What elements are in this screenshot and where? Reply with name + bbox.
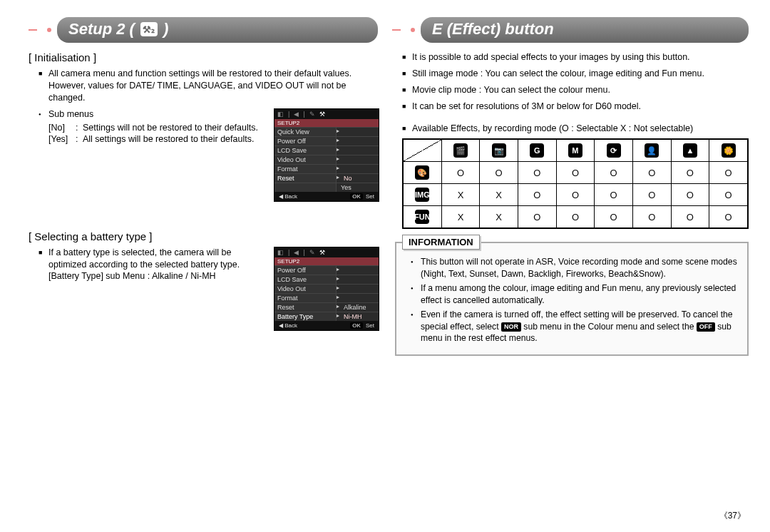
- info-item: This button will not operate in ASR, Voi…: [411, 256, 740, 280]
- mode-icon-g: G: [530, 143, 544, 158]
- table-diagonal-header: [403, 139, 441, 162]
- row-icon-image-edit: IMG: [415, 188, 429, 202]
- mode-icon-portrait: 👤: [645, 143, 659, 158]
- header-text-effect: E (Effect) button: [432, 20, 554, 39]
- mode-icon-movie: 🎬: [453, 143, 468, 158]
- fx-bullet: It can be set for resolutions of 3M or b…: [402, 101, 749, 113]
- submenus-label: Sub menus: [38, 108, 267, 121]
- info-item: Even if the camera is turned off, the ef…: [411, 309, 740, 344]
- fx-bullet: Still image mode : You can select the co…: [402, 68, 749, 80]
- lcd-screenshot-battery: ◧|◀|✎⚒ SETUP2 Power Off▸ LCD Save▸ Video…: [274, 247, 378, 331]
- info-item: If a menu among the colour, image editin…: [411, 282, 740, 306]
- mode-icon-m: M: [568, 143, 582, 158]
- section-header-setup2: Setup 2 ( ⚒₂ ): [29, 17, 378, 43]
- row-icon-colour: 🎨: [415, 165, 429, 180]
- page-number: 《37》: [719, 510, 746, 522]
- battery-type-heading: [ Selecting a battery type ]: [29, 230, 378, 242]
- fx-bullet: Movie clip mode : You can select the col…: [402, 84, 749, 96]
- left-column: Setup 2 ( ⚒₂ ) [ Initialisation ] All ca…: [29, 17, 378, 356]
- submenu-values: [No]:Settings will not be restored to th…: [48, 122, 267, 146]
- lcd-screenshot-reset: ◧|◀|✎⚒ SETUP2 Quick View▸ Power Off▸ LCD…: [274, 108, 378, 202]
- mode-icon-flower: 🌼: [722, 143, 736, 158]
- information-box: INFORMATION This button will not operate…: [395, 242, 749, 355]
- header-text: Setup 2 (: [68, 20, 135, 39]
- fx-legend: Available Effects, by recording mode (O …: [402, 123, 749, 135]
- battery-desc: If a battery type is selected, the camer…: [38, 247, 267, 283]
- information-title: INFORMATION: [402, 235, 480, 250]
- mode-icon-asr: ⟳: [607, 143, 621, 158]
- header-close: ): [163, 20, 168, 39]
- mode-icon-camera: 📷: [492, 143, 506, 158]
- row-icon-fun: FUN: [415, 210, 429, 224]
- section-header-effect: E (Effect) button: [392, 17, 749, 43]
- init-desc-text: All camera menu and function settings wi…: [38, 68, 378, 104]
- fx-bullet: It is possible to add special effects to…: [402, 51, 749, 63]
- initialisation-description: All camera menu and function settings wi…: [29, 68, 378, 104]
- initialisation-heading: [ Initialisation ]: [29, 51, 378, 63]
- setup2-icon: ⚒₂: [140, 22, 158, 36]
- nor-chip: NOR: [501, 322, 521, 331]
- off-chip: OFF: [697, 322, 715, 331]
- mode-icon-scene: ▲: [683, 143, 697, 158]
- effects-table: 🎬 📷 G M ⟳ 👤 ▲ 🌼 🎨 OOOOOOOO IMG XXOOOOOO …: [402, 138, 749, 229]
- right-column: E (Effect) button It is possible to add …: [392, 17, 749, 356]
